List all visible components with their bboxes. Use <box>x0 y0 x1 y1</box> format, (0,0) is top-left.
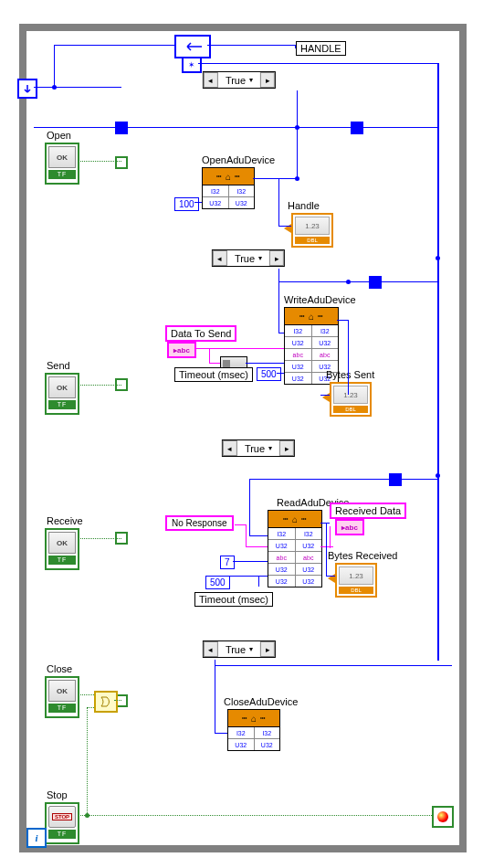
clfn-label-send: WriteAduDevice <box>284 294 356 305</box>
send-button[interactable]: OK TF <box>45 373 79 415</box>
send-button-label: Send <box>47 360 70 371</box>
tunnel-handle-in2[interactable] <box>369 276 382 289</box>
no-response-const[interactable]: No Response <box>165 515 234 531</box>
selector-next-icon[interactable]: ▸ <box>260 641 275 657</box>
received-data-label: Received Data <box>330 503 406 519</box>
close-button-label: Close <box>47 663 72 674</box>
clfn-label-open: OpenAduDevice <box>202 154 275 165</box>
indicator-bytessent-label: Bytes Sent <box>326 369 374 380</box>
tunnel-handle-in3[interactable] <box>389 473 402 486</box>
const-500-recv[interactable]: 500 <box>205 576 230 589</box>
const-100[interactable]: 100 <box>174 197 199 211</box>
handle-label: HANDLE <box>296 41 346 56</box>
indicator-handle-label: Handle <box>288 200 320 211</box>
case-receive: ◂ True ▸ ReadAduDevice ┅⌂┅ I32I32 U32U32… <box>121 440 395 621</box>
selector-next-icon[interactable]: ▸ <box>279 440 294 456</box>
tunnel-handle-in[interactable] <box>115 122 128 134</box>
feedback-init[interactable]: ✶ <box>182 57 202 73</box>
selector-next-icon[interactable]: ▸ <box>260 72 275 88</box>
stop-button-label: Stop <box>47 789 68 800</box>
indicator-bytesrecv-label: Bytes Received <box>328 550 397 561</box>
indicator-bytessent[interactable]: 1.23 DBL <box>330 382 372 417</box>
clfn-close[interactable]: ┅⌂┅ I32I32 U32U32 <box>227 709 280 751</box>
feedback-node[interactable] <box>174 35 211 58</box>
clfn-label-close: CloseAduDevice <box>224 696 298 707</box>
selector-prev-icon[interactable]: ◂ <box>223 440 237 456</box>
open-button[interactable]: OK TF <box>45 143 79 185</box>
indicator-handle[interactable]: 1.23 DBL <box>291 213 333 248</box>
tunnel-bool-open[interactable] <box>115 156 128 169</box>
const-500-send[interactable]: 500 <box>257 367 281 381</box>
case-send: ◂ True ▸ WriteAduDevice ┅⌂┅ I32I32 U32U3… <box>121 250 375 424</box>
or-gate[interactable] <box>94 691 118 713</box>
open-button-label: Open <box>47 130 71 141</box>
timeout-label-recv: Timeout (msec) <box>194 592 273 607</box>
close-button[interactable]: OK TF <box>45 676 79 718</box>
selector-prev-icon[interactable]: ◂ <box>204 641 218 657</box>
clfn-open[interactable]: ┅⌂┅ I32I32 U32U32 <box>202 167 255 209</box>
selector-next-icon[interactable]: ▸ <box>269 250 284 266</box>
data-to-send-terminal[interactable]: ▸abc <box>167 342 196 358</box>
selector-prev-icon[interactable]: ◂ <box>213 250 227 266</box>
case-open: ◂ True ▸ OpenAduDevice ┅⌂┅ I32I32 U32U32… <box>121 72 357 237</box>
const-7[interactable]: 7 <box>220 556 235 569</box>
tunnel-handle-out[interactable] <box>351 122 363 134</box>
case-selector-receive[interactable]: ◂ True ▸ <box>222 439 295 457</box>
clfn-receive[interactable]: ┅⌂┅ I32I32 U32U32 abcabc U32U32 U32U32 <box>268 510 322 587</box>
receive-button-label: Receive <box>47 515 83 526</box>
selector-prev-icon[interactable]: ◂ <box>204 72 218 88</box>
data-to-send-label: Data To Send <box>165 325 236 342</box>
case-selector-open[interactable]: ◂ True ▸ <box>203 71 276 89</box>
case-selector-send[interactable]: ◂ True ▸ <box>212 249 285 267</box>
iteration-terminal[interactable]: i <box>26 828 47 848</box>
shift-register-left[interactable] <box>17 79 37 99</box>
received-data-terminal[interactable]: ▸abc <box>335 519 364 535</box>
indicator-bytesrecv[interactable]: 1.23 DBL <box>335 563 377 598</box>
case-selector-close[interactable]: ◂ True ▸ <box>203 640 276 658</box>
loop-stop-terminal[interactable] <box>432 806 454 828</box>
stop-button[interactable]: STOP TF <box>45 802 79 844</box>
receive-button[interactable]: OK TF <box>45 528 79 570</box>
case-close: ◂ True ▸ CloseAduDevice ┅⌂┅ I32I32 U32U3… <box>121 641 357 792</box>
timeout-label-send: Timeout (msec) <box>174 367 253 382</box>
while-loop: ✶ HANDLE ◂ True ▸ OpenAduDevice <box>19 24 467 852</box>
